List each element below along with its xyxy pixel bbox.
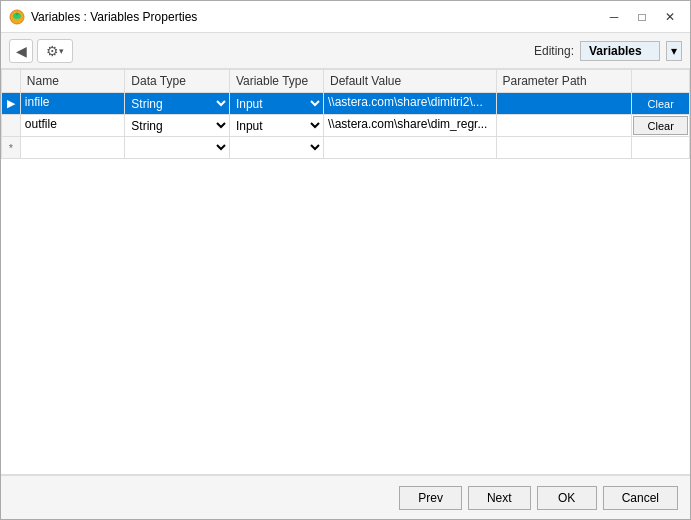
chevron-down-icon: ▾ bbox=[59, 46, 64, 56]
col-default-header: Default Value bbox=[324, 70, 497, 93]
param-path-cell[interactable] bbox=[496, 137, 632, 159]
vartype-cell[interactable]: Input Output bbox=[229, 93, 323, 115]
editing-value: Variables bbox=[580, 41, 660, 61]
main-content: Name Data Type Variable Type Default Val… bbox=[1, 69, 690, 475]
clear-cell[interactable] bbox=[632, 137, 690, 159]
minimize-button[interactable]: ─ bbox=[602, 7, 626, 27]
vartype-cell[interactable]: Input Output bbox=[229, 115, 323, 137]
clear-button[interactable]: Clear bbox=[633, 116, 688, 135]
vartype-select[interactable] bbox=[230, 137, 323, 158]
col-param-header: Parameter Path bbox=[496, 70, 632, 93]
col-name-header: Name bbox=[20, 70, 125, 93]
default-value-cell[interactable]: \\astera.com\share\dim_regr... bbox=[324, 115, 497, 137]
row-indicator bbox=[2, 115, 21, 137]
clear-cell[interactable]: Clear bbox=[632, 93, 690, 115]
main-window: Variables : Variables Properties ─ □ ✕ ◀… bbox=[0, 0, 691, 520]
datatype-cell[interactable] bbox=[125, 137, 230, 159]
back-button[interactable]: ◀ bbox=[9, 39, 33, 63]
col-datatype-header: Data Type bbox=[125, 70, 230, 93]
table-header-row: Name Data Type Variable Type Default Val… bbox=[2, 70, 690, 93]
window-title: Variables : Variables Properties bbox=[31, 10, 602, 24]
col-vartype-header: Variable Type bbox=[229, 70, 323, 93]
param-path-cell[interactable] bbox=[496, 115, 632, 137]
table-row: * bbox=[2, 137, 690, 159]
ok-button[interactable]: OK bbox=[537, 486, 597, 510]
clear-button[interactable]: Clear bbox=[633, 94, 688, 113]
table-row: outfile String IntegerBoolean Input Outp… bbox=[2, 115, 690, 137]
close-button[interactable]: ✕ bbox=[658, 7, 682, 27]
vartype-cell[interactable] bbox=[229, 137, 323, 159]
app-icon bbox=[9, 9, 25, 25]
param-path-cell[interactable] bbox=[496, 93, 632, 115]
row-indicator: ▶ bbox=[2, 93, 21, 115]
default-value-cell[interactable] bbox=[324, 137, 497, 159]
vartype-select[interactable]: Input Output bbox=[230, 115, 323, 136]
name-cell[interactable]: infile bbox=[20, 93, 125, 115]
window-controls: ─ □ ✕ bbox=[602, 7, 682, 27]
editing-dropdown-button[interactable]: ▾ bbox=[666, 41, 682, 61]
settings-button[interactable]: ⚙ ▾ bbox=[37, 39, 73, 63]
toolbar-left: ◀ ⚙ ▾ bbox=[9, 39, 73, 63]
prev-button[interactable]: Prev bbox=[399, 486, 462, 510]
variables-table: Name Data Type Variable Type Default Val… bbox=[1, 69, 690, 159]
variables-grid[interactable]: Name Data Type Variable Type Default Val… bbox=[1, 69, 690, 475]
vartype-select[interactable]: Input Output bbox=[230, 93, 323, 114]
editing-label: Editing: bbox=[534, 44, 574, 58]
maximize-button[interactable]: □ bbox=[630, 7, 654, 27]
title-bar: Variables : Variables Properties ─ □ ✕ bbox=[1, 1, 690, 33]
datatype-select[interactable]: String IntegerBoolean bbox=[125, 115, 229, 136]
datatype-cell[interactable]: String IntegerBoolean bbox=[125, 115, 230, 137]
row-indicator: * bbox=[2, 137, 21, 159]
datatype-cell[interactable]: String IntegerBoolean bbox=[125, 93, 230, 115]
svg-point-2 bbox=[16, 12, 19, 15]
col-indicator bbox=[2, 70, 21, 93]
datatype-select[interactable] bbox=[125, 137, 229, 158]
table-row: ▶ infile String IntegerBoolean Input Out… bbox=[2, 93, 690, 115]
toolbar: ◀ ⚙ ▾ Editing: Variables ▾ bbox=[1, 33, 690, 69]
clear-cell[interactable]: Clear bbox=[632, 115, 690, 137]
footer: Prev Next OK Cancel bbox=[1, 475, 690, 519]
name-cell[interactable] bbox=[20, 137, 125, 159]
col-clear-header bbox=[632, 70, 690, 93]
cancel-button[interactable]: Cancel bbox=[603, 486, 678, 510]
name-cell[interactable]: outfile bbox=[20, 115, 125, 137]
datatype-select[interactable]: String IntegerBoolean bbox=[125, 93, 229, 114]
toolbar-right: Editing: Variables ▾ bbox=[534, 41, 682, 61]
next-button[interactable]: Next bbox=[468, 486, 531, 510]
default-value-cell[interactable]: \\astera.com\share\dimitri2\... bbox=[324, 93, 497, 115]
gear-icon: ⚙ bbox=[46, 43, 59, 59]
